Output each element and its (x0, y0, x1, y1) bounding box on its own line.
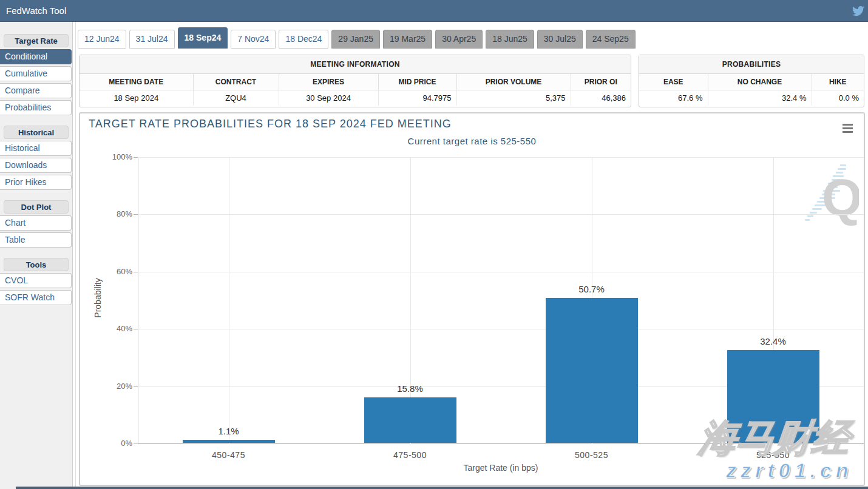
y-tick-label: 80% (97, 209, 132, 218)
x-tick-label: 525-550 (725, 450, 822, 460)
bar-value-label: 50.7% (555, 284, 628, 294)
col-prior-oi: PRIOR OI (571, 74, 631, 90)
y-tick-mark (134, 272, 138, 272)
tab-18-sep24[interactable]: 18 Sep24 (178, 27, 228, 49)
value-no-change: 32.4 % (708, 90, 812, 106)
y-tick-label: 100% (97, 152, 132, 161)
meeting-information-panel: MEETING INFORMATION MEETING DATE CONTRAC… (79, 55, 631, 107)
bar-value-label: 32.4% (737, 336, 810, 346)
sidebar: Target Rate Conditional Cumulative Compa… (0, 22, 73, 489)
col-meeting-date: MEETING DATE (80, 74, 193, 90)
bar-500-525[interactable] (546, 298, 638, 443)
y-gridline (138, 329, 864, 329)
col-prior-volume: PRIOR VOLUME (456, 74, 571, 90)
value-hike: 0.0 % (812, 90, 864, 106)
y-axis-line (138, 157, 138, 443)
probabilities-title: PROBABILITIES (639, 55, 864, 74)
tab-7-nov24[interactable]: 7 Nov24 (231, 30, 276, 49)
chart-title: TARGET RATE PROBABILITIES FOR 18 SEP 202… (89, 118, 452, 130)
y-tick-label: 0% (97, 439, 132, 448)
sidebar-item-historical[interactable]: Historical (0, 141, 72, 156)
tab-29-jan25[interactable]: 29 Jan25 (331, 30, 380, 49)
sidebar-item-cvol[interactable]: CVOL (0, 273, 72, 288)
col-no-change: NO CHANGE (708, 74, 812, 90)
meeting-information-value-row: 18 Sep 2024 ZQU4 30 Sep 2024 94.7975 5,3… (80, 90, 631, 106)
probabilities-panel: PROBABILITIES EASE NO CHANGE HIKE 67.6 %… (639, 55, 864, 107)
y-tick-mark (134, 329, 138, 329)
bar-value-label: 1.1% (192, 426, 265, 436)
y-gridline (138, 157, 864, 158)
col-hike: HIKE (812, 74, 864, 90)
sidebar-item-downloads[interactable]: Downloads (0, 158, 72, 173)
x-tick-label: 500-525 (543, 450, 640, 460)
bar-475-500[interactable] (364, 397, 456, 443)
twitter-bird-icon[interactable] (852, 5, 864, 17)
app-header-bar: FedWatch Tool (0, 0, 868, 22)
value-prior-oi: 46,386 (571, 90, 631, 106)
tab-31-jul24[interactable]: 31 Jul24 (129, 30, 175, 49)
meeting-date-tabs: 12 Jun24 31 Jul24 18 Sep24 7 Nov24 18 De… (78, 28, 636, 49)
y-tick-label: 40% (97, 324, 132, 333)
meeting-information-header-row: MEETING DATE CONTRACT EXPIRES MID PRICE … (80, 74, 631, 90)
plot-area: 1.1%15.8%50.7%32.4% (138, 157, 864, 443)
target-rate-chart-panel: TARGET RATE PROBABILITIES FOR 18 SEP 202… (79, 112, 865, 486)
probabilities-header-row: EASE NO CHANGE HIKE (639, 74, 864, 90)
y-gridline (138, 272, 864, 272)
x-axis-line (138, 443, 864, 443)
tab-30-apr25[interactable]: 30 Apr25 (435, 30, 483, 49)
x-gridline (229, 157, 229, 443)
content-divider (75, 22, 76, 489)
col-expires: EXPIRES (279, 74, 378, 90)
next-section-top-edge (16, 487, 868, 489)
value-ease: 67.6 % (639, 90, 708, 106)
y-tick-mark (134, 214, 138, 215)
col-ease: EASE (639, 74, 708, 90)
sidebar-item-prior-hikes[interactable]: Prior Hikes (0, 175, 72, 190)
bar-value-label: 15.8% (374, 383, 447, 394)
y-gridline (138, 214, 864, 215)
tab-18-jun25[interactable]: 18 Jun25 (486, 30, 534, 49)
probabilities-table: EASE NO CHANGE HIKE 67.6 % 32.4 % 0.0 % (639, 74, 864, 106)
bar-525-550[interactable] (727, 350, 819, 443)
y-tick-mark (134, 157, 138, 158)
sidebar-section-tools: Tools (4, 258, 69, 271)
tab-18-dec24[interactable]: 18 Dec24 (279, 30, 328, 49)
y-tick-label: 20% (97, 382, 132, 391)
value-prior-volume: 5,375 (456, 90, 571, 106)
app-title: FedWatch Tool (6, 0, 66, 22)
sidebar-item-cumulative[interactable]: Cumulative (0, 66, 72, 81)
x-tick-label: 450-475 (180, 450, 277, 460)
meeting-information-title: MEETING INFORMATION (80, 55, 631, 74)
sidebar-item-table[interactable]: Table (0, 232, 72, 248)
chart-subtitle: Current target rate is 525-550 (80, 136, 864, 146)
probabilities-value-row: 67.6 % 32.4 % 0.0 % (639, 90, 864, 106)
sidebar-section-dot-plot: Dot Plot (4, 200, 69, 214)
col-mid-price: MID PRICE (378, 74, 456, 90)
value-mid-price: 94.7975 (378, 90, 456, 106)
y-tick-mark (134, 443, 138, 444)
hamburger-menu-icon[interactable] (843, 124, 853, 135)
sidebar-item-compare[interactable]: Compare (0, 83, 72, 98)
sidebar-item-chart[interactable]: Chart (0, 215, 72, 231)
x-axis-title: Target Rate (in bps) (138, 463, 864, 473)
sidebar-item-sofr-watch[interactable]: SOFR Watch (0, 290, 72, 305)
x-tick-label: 475-500 (362, 450, 459, 460)
sidebar-item-conditional[interactable]: Conditional (0, 49, 72, 64)
y-tick-label: 60% (97, 267, 132, 276)
tab-24-sep25[interactable]: 24 Sep25 (586, 30, 636, 49)
sidebar-section-target-rate: Target Rate (4, 34, 69, 47)
tab-12-jun24[interactable]: 12 Jun24 (78, 30, 126, 49)
bar-450-475[interactable] (183, 440, 275, 443)
value-meeting-date: 18 Sep 2024 (80, 90, 193, 106)
sidebar-item-probabilities[interactable]: Probabilities (0, 100, 72, 115)
tab-19-mar25[interactable]: 19 Mar25 (383, 30, 432, 49)
value-contract: ZQU4 (193, 90, 279, 106)
col-contract: CONTRACT (193, 74, 279, 90)
sidebar-section-historical: Historical (4, 126, 69, 139)
y-tick-mark (134, 386, 138, 387)
meeting-information-table: MEETING DATE CONTRACT EXPIRES MID PRICE … (80, 74, 631, 106)
tab-30-jul25[interactable]: 30 Jul25 (537, 30, 583, 49)
value-expires: 30 Sep 2024 (279, 90, 378, 106)
